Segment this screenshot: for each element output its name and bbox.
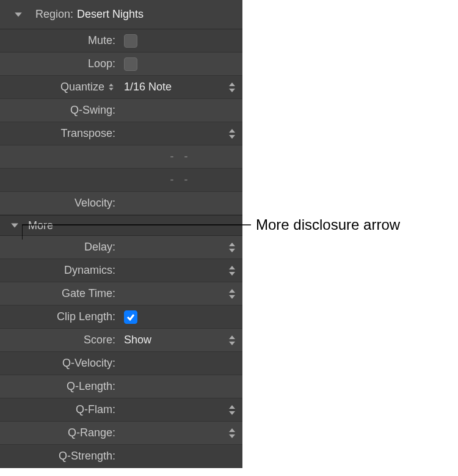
region-rows: Mute: Loop: Quantize 1/16 Note <box>0 29 242 468</box>
label-cliplength: Clip Length: <box>0 310 119 323</box>
row-mute: Mute: <box>0 29 242 53</box>
more-section-header[interactable]: More <box>0 215 242 236</box>
score-stepper-icon <box>227 335 238 346</box>
label-dynamics: Dynamics: <box>0 264 119 277</box>
label-transpose: Transpose: <box>0 127 119 140</box>
chevron-down-icon <box>108 87 114 91</box>
region-header-title: Desert Nights <box>77 8 144 21</box>
qrange-stepper-icon <box>227 428 238 439</box>
qflam-stepper-icon <box>227 405 238 416</box>
transpose-stepper-icon <box>227 128 238 139</box>
score-value: Show <box>124 334 227 346</box>
qvelocity-value[interactable] <box>119 352 242 375</box>
row-qflam: Q-Flam: <box>0 398 242 422</box>
chevron-down-icon <box>14 10 23 19</box>
region-inspector-panel: Region: Desert Nights Mute: Loop: Quanti… <box>0 0 242 468</box>
row-velocity: Velocity: <box>0 192 242 215</box>
delay-select[interactable] <box>119 236 242 258</box>
row-quantize: Quantize 1/16 Note <box>0 76 242 99</box>
region-disclosure-arrow[interactable] <box>12 9 24 21</box>
qswing-value[interactable] <box>119 99 242 122</box>
label-delay: Delay: <box>0 241 119 254</box>
score-select[interactable]: Show <box>119 329 242 351</box>
row-delay: Delay: <box>0 236 242 259</box>
row-qstrength: Q-Strength: <box>0 445 242 468</box>
row-score: Score: Show <box>0 329 242 352</box>
dynamics-select[interactable] <box>119 259 242 282</box>
row-blank1: - - <box>0 145 242 169</box>
label-qrange: Q-Range: <box>0 427 119 439</box>
dynamics-stepper-icon <box>227 265 238 276</box>
label-mute: Mute: <box>0 34 119 47</box>
qlength-value[interactable] <box>119 375 242 398</box>
label-qflam: Q-Flam: <box>0 403 119 416</box>
quantize-label-stepper[interactable] <box>107 83 115 91</box>
qflam-select[interactable] <box>119 398 242 421</box>
label-qstrength: Q-Strength: <box>0 450 119 463</box>
row-qswing: Q-Swing: <box>0 99 242 122</box>
more-section-label: More <box>28 219 53 232</box>
annotation-text: More disclosure arrow <box>256 216 400 233</box>
velocity-value[interactable] <box>119 192 242 214</box>
chevron-up-icon <box>108 83 114 87</box>
row-cliplength: Clip Length: <box>0 306 242 329</box>
row-blank2: - - <box>0 169 242 192</box>
blank1-value: - - <box>124 150 238 163</box>
label-gatetime: Gate Time: <box>0 287 119 300</box>
row-dynamics: Dynamics: <box>0 259 242 282</box>
loop-checkbox[interactable] <box>124 57 137 71</box>
qstrength-value[interactable] <box>119 445 242 467</box>
quantize-value: 1/16 Note <box>124 81 227 93</box>
checkmark-icon <box>126 312 136 322</box>
region-header: Region: Desert Nights <box>0 0 242 29</box>
row-loop: Loop: <box>0 53 242 76</box>
row-qlength: Q-Length: <box>0 375 242 398</box>
more-disclosure-arrow[interactable] <box>9 219 21 232</box>
label-qlength: Q-Length: <box>0 380 119 393</box>
mute-checkbox[interactable] <box>124 34 137 48</box>
region-header-label: Region: <box>35 8 73 21</box>
row-gatetime: Gate Time: <box>0 282 242 306</box>
gatetime-stepper-icon <box>227 288 238 299</box>
quantize-stepper-icon <box>227 82 238 93</box>
row-qrange: Q-Range: <box>0 422 242 445</box>
row-transpose: Transpose: <box>0 122 242 145</box>
gatetime-select[interactable] <box>119 282 242 305</box>
qrange-select[interactable] <box>119 422 242 444</box>
transpose-select[interactable] <box>119 122 242 145</box>
cliplength-checkbox[interactable] <box>124 310 137 324</box>
label-score: Score: <box>0 334 119 346</box>
delay-stepper-icon <box>227 242 238 253</box>
label-loop: Loop: <box>0 57 119 70</box>
row-qvelocity: Q-Velocity: <box>0 352 242 375</box>
label-quantize: Quantize <box>60 81 104 93</box>
label-qvelocity: Q-Velocity: <box>0 357 119 370</box>
label-velocity: Velocity: <box>0 197 119 210</box>
blank2-value: - - <box>124 174 238 186</box>
chevron-down-icon <box>10 221 19 230</box>
quantize-select[interactable]: 1/16 Note <box>119 76 242 98</box>
label-qswing: Q-Swing: <box>0 104 119 117</box>
